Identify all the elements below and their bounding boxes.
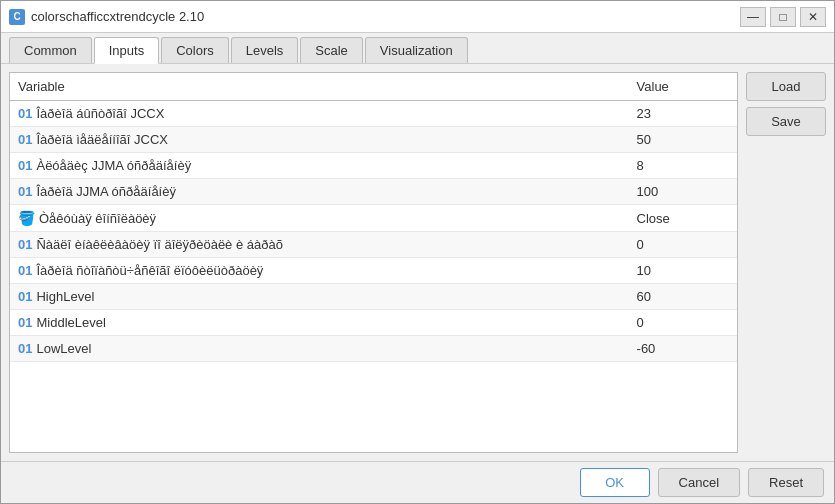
variable-cell: 01Àëóåäèç JJMA óñðåäíåíèÿ — [10, 153, 629, 179]
variable-name: Îàðèîä ñòîïàñòü÷åñêîãî ëïóôèëüòðàöèÿ — [36, 263, 263, 278]
variable-name: Àëóåäèç JJMA óñðåäíåíèÿ — [36, 158, 191, 173]
value-cell: 8 — [629, 153, 737, 179]
footer: OK Cancel Reset — [1, 461, 834, 503]
value-cell: 23 — [629, 101, 737, 127]
variable-cell: 🪣Òåêóùàÿ êîíñîëàöèÿ — [10, 205, 629, 232]
variable-name: Ñàäëî èíàêëèâàöèÿ ïî äîëÿðèöàëè è áàðàõ — [36, 237, 283, 252]
table-row: 01HighLevel60 — [10, 284, 737, 310]
tab-levels[interactable]: Levels — [231, 37, 299, 63]
value-cell: 60 — [629, 284, 737, 310]
variable-cell: 01Îàðèîä ñòîïàñòü÷åñêîãî ëïóôèëüòðàöèÿ — [10, 258, 629, 284]
minimize-button[interactable]: — — [740, 7, 766, 27]
variable-name: Îàðèîä áûñòðîãî JCCX — [36, 106, 164, 121]
tab-bar: Common Inputs Colors Levels Scale Visual… — [1, 33, 834, 64]
variable-cell: 01MiddleLevel — [10, 310, 629, 336]
table-row: 01Îàðèîä ñòîïàñòü÷åñêîãî ëïóôèëüòðàöèÿ10 — [10, 258, 737, 284]
variable-name: MiddleLevel — [36, 315, 105, 330]
table-row: 🪣Òåêóùàÿ êîíñîëàöèÿClose — [10, 205, 737, 232]
variable-cell: 01Îàðèîä áûñòðîãî JCCX — [10, 101, 629, 127]
table-row: 01Ñàäëî èíàêëèâàöèÿ ïî äîëÿðèöàëè è áàðà… — [10, 232, 737, 258]
value-cell: 100 — [629, 179, 737, 205]
table-row: 01Îàðèîä ìåäëåííîãî JCCX50 — [10, 127, 737, 153]
variable-name: Îàðèîä ìåäëåííîãî JCCX — [36, 132, 168, 147]
tab-colors[interactable]: Colors — [161, 37, 229, 63]
tab-scale[interactable]: Scale — [300, 37, 363, 63]
title-bar-left: C colorschafficcxtrendcycle 2.10 — [9, 9, 204, 25]
tab-visualization[interactable]: Visualization — [365, 37, 468, 63]
table-row: 01Îàðèîä áûñòðîãî JCCX23 — [10, 101, 737, 127]
side-buttons: Load Save — [746, 72, 826, 453]
variable-prefix: 01 — [18, 315, 32, 330]
value-cell: 50 — [629, 127, 737, 153]
value-cell: 10 — [629, 258, 737, 284]
variable-name: Òåêóùàÿ êîíñîëàöèÿ — [39, 211, 156, 226]
variable-prefix: 01 — [18, 184, 32, 199]
maximize-button[interactable]: □ — [770, 7, 796, 27]
variable-cell: 01HighLevel — [10, 284, 629, 310]
load-button[interactable]: Load — [746, 72, 826, 101]
value-cell: -60 — [629, 336, 737, 362]
variables-table-container: Variable Value 01Îàðèîä áûñòðîãî JCCX230… — [9, 72, 738, 453]
variable-prefix: 01 — [18, 289, 32, 304]
window-title: colorschafficcxtrendcycle 2.10 — [31, 9, 204, 24]
table-row: 01LowLevel-60 — [10, 336, 737, 362]
variable-prefix: 01 — [18, 106, 32, 121]
variable-cell: 01LowLevel — [10, 336, 629, 362]
app-icon: C — [9, 9, 25, 25]
cancel-button[interactable]: Cancel — [658, 468, 740, 497]
variable-cell: 01Îàðèîä JJMA óñðåäíåíèÿ — [10, 179, 629, 205]
paint-icon: 🪣 — [18, 210, 35, 226]
title-bar: C colorschafficcxtrendcycle 2.10 — □ ✕ — [1, 1, 834, 33]
variable-cell: 01Îàðèîä ìåäëåííîãî JCCX — [10, 127, 629, 153]
variable-prefix: 01 — [18, 341, 32, 356]
col-header-variable: Variable — [10, 73, 629, 101]
table-header-row: Variable Value — [10, 73, 737, 101]
table-row: 01Îàðèîä JJMA óñðåäíåíèÿ100 — [10, 179, 737, 205]
tab-common[interactable]: Common — [9, 37, 92, 63]
variable-prefix: 01 — [18, 132, 32, 147]
value-cell: 0 — [629, 310, 737, 336]
variable-prefix: 01 — [18, 158, 32, 173]
variable-prefix: 01 — [18, 263, 32, 278]
tab-inputs[interactable]: Inputs — [94, 37, 159, 64]
value-cell: Close — [629, 205, 737, 232]
value-cell: 0 — [629, 232, 737, 258]
close-button[interactable]: ✕ — [800, 7, 826, 27]
content-area: Variable Value 01Îàðèîä áûñòðîãî JCCX230… — [1, 64, 834, 461]
table-row: 01MiddleLevel0 — [10, 310, 737, 336]
variables-table: Variable Value 01Îàðèîä áûñòðîãî JCCX230… — [10, 73, 737, 362]
title-bar-controls: — □ ✕ — [740, 7, 826, 27]
table-row: 01Àëóåäèç JJMA óñðåäíåíèÿ8 — [10, 153, 737, 179]
variable-cell: 01Ñàäëî èíàêëèâàöèÿ ïî äîëÿðèöàëè è áàðà… — [10, 232, 629, 258]
variable-name: LowLevel — [36, 341, 91, 356]
save-button[interactable]: Save — [746, 107, 826, 136]
variable-name: Îàðèîä JJMA óñðåäíåíèÿ — [36, 184, 175, 199]
main-window: C colorschafficcxtrendcycle 2.10 — □ ✕ C… — [0, 0, 835, 504]
ok-button[interactable]: OK — [580, 468, 650, 497]
reset-button[interactable]: Reset — [748, 468, 824, 497]
col-header-value: Value — [629, 73, 737, 101]
variable-name: HighLevel — [36, 289, 94, 304]
variable-prefix: 01 — [18, 237, 32, 252]
